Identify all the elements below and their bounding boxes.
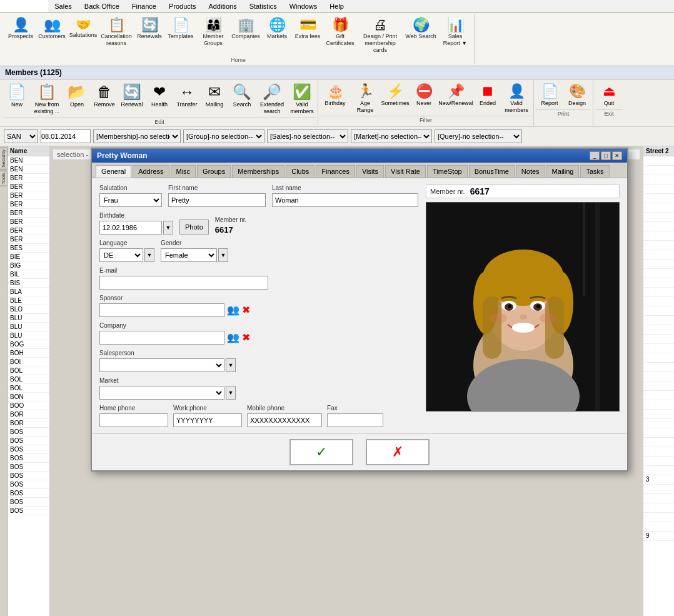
salutations-button[interactable]: 🤝 Salutations [68, 16, 99, 56]
list-item[interactable]: BLO [8, 305, 49, 314]
tab-groups[interactable]: Groups [197, 165, 231, 178]
language-dropdown-button[interactable]: ▼ [144, 248, 154, 262]
open-button[interactable]: 📂 Open [63, 81, 91, 117]
list-item[interactable]: BLU [8, 331, 49, 340]
search-button[interactable]: 🔍 Search [228, 81, 256, 117]
list-item[interactable]: BLE [8, 296, 49, 305]
list-item[interactable]: BOR [8, 410, 49, 419]
salesperson-select[interactable] [99, 358, 224, 372]
list-item[interactable]: BIS [8, 279, 49, 288]
list-item[interactable]: BOL [8, 366, 49, 375]
design-button[interactable]: 🎨 Design [563, 81, 591, 109]
list-item[interactable]: BOI [8, 358, 49, 366]
list-item[interactable]: BOS [8, 480, 49, 489]
modal-close-button[interactable]: ✕ [612, 151, 622, 160]
gender-dropdown-button[interactable]: ▼ [218, 248, 228, 262]
birthdate-input[interactable] [99, 221, 162, 235]
market-select[interactable] [99, 386, 224, 400]
list-item[interactable]: BER [8, 226, 49, 235]
list-item[interactable]: BOS [8, 489, 49, 498]
list-item[interactable]: BLA [8, 288, 49, 296]
list-item[interactable]: BOL [8, 375, 49, 384]
email-input[interactable] [99, 276, 268, 290]
salutation-select[interactable]: Frau Herr Dr. [99, 193, 162, 207]
prospects-button[interactable]: 👤 Prospects [5, 16, 36, 56]
design-print-button[interactable]: 🖨 Design / Print membership cards [358, 16, 403, 56]
quit-button[interactable]: ⏏ Quit [595, 81, 623, 109]
list-item[interactable]: BER [8, 200, 49, 209]
list-item[interactable]: BER [8, 235, 49, 244]
birthdate-dropdown-button[interactable]: ▼ [163, 221, 173, 235]
sponsor-search-icon[interactable]: 👥 [227, 304, 239, 316]
group-dropdown[interactable]: [Group]-no selection-- [183, 129, 264, 143]
menu-help[interactable]: Help [323, 0, 350, 13]
list-item[interactable]: BOS [8, 498, 49, 507]
markets-button[interactable]: 🌐 Markets [261, 16, 293, 56]
report-button[interactable]: 📄 Report [536, 81, 563, 109]
gift-cert-button[interactable]: 🎁 Gift Certificates [323, 16, 358, 56]
menu-sales[interactable]: Sales [48, 0, 78, 13]
member-groups-button[interactable]: 👨‍👩‍👦 Member Groups [196, 16, 230, 56]
list-item[interactable]: BER [8, 183, 49, 191]
salesperson-dropdown-button[interactable]: ▼ [226, 358, 236, 372]
list-item[interactable]: BIG [8, 261, 49, 270]
new-renewal-button[interactable]: 📌 New/Renewal [438, 81, 474, 116]
companies-button[interactable]: 🏢 Companies [230, 16, 261, 56]
photo-button[interactable]: Photo [179, 220, 209, 235]
company-clear-icon[interactable]: ✖ [242, 331, 250, 343]
menu-windows[interactable]: Windows [283, 0, 324, 13]
templates-button[interactable]: 📄 Templates [165, 16, 196, 56]
work-phone-input[interactable] [173, 413, 242, 427]
list-item[interactable]: BOH [8, 349, 49, 358]
list-item[interactable]: BER [8, 218, 49, 226]
tab-mailing[interactable]: Mailing [546, 165, 580, 178]
tab-tasks[interactable]: Tasks [580, 165, 609, 178]
birthday-button[interactable]: 🎂 Birthday [320, 81, 350, 116]
lastname-input[interactable] [272, 193, 418, 207]
list-item[interactable]: BOR [8, 419, 49, 428]
extra-fees-button[interactable]: 💳 Extra fees [293, 16, 323, 56]
list-item[interactable]: BOS [8, 437, 49, 445]
tab-visits[interactable]: Visits [356, 165, 384, 178]
list-item[interactable]: BER [8, 191, 49, 200]
health-button[interactable]: ❤ Health [146, 81, 173, 117]
list-item[interactable]: BIL [8, 270, 49, 279]
list-item[interactable]: BOO [8, 401, 49, 410]
sales-report-button[interactable]: 📊 Sales Report ▼ [439, 16, 471, 56]
list-item[interactable]: BLU [8, 314, 49, 323]
sales-dropdown[interactable]: [Sales]-no selection-- [267, 129, 348, 143]
firstname-input[interactable] [168, 193, 266, 207]
list-item[interactable]: BER [8, 174, 49, 183]
renewals-button[interactable]: 🔄 Renewals [134, 16, 165, 56]
membership-dropdown[interactable]: [Membership]-no selection-- [93, 129, 181, 143]
menu-front-office[interactable]: Front Office [0, 0, 48, 13]
fax-input[interactable] [327, 413, 383, 427]
list-item[interactable]: BEN [8, 165, 49, 174]
cancel-button[interactable]: ✗ [366, 439, 430, 465]
cancellation-button[interactable]: 📋 Cancellation reasons [99, 16, 134, 56]
list-item[interactable]: BLU [8, 323, 49, 331]
sometimes-button[interactable]: ⚡ Sometimes [380, 81, 410, 116]
new-from-existing-button[interactable]: 📋 New from existing ... [31, 81, 63, 117]
language-select[interactable]: DE EN FR [99, 248, 143, 262]
ok-button[interactable]: ✓ [289, 439, 353, 465]
mobile-phone-input[interactable] [247, 413, 322, 427]
modal-minimize-button[interactable]: _ [590, 151, 600, 160]
menu-products[interactable]: Products [163, 0, 202, 13]
valid-members-button[interactable]: ✅ Valid members [288, 81, 316, 117]
sponsor-input[interactable] [99, 303, 224, 317]
list-item[interactable]: BEN [8, 156, 49, 165]
tools-tab[interactable]: Tools [0, 171, 8, 186]
tab-finances[interactable]: Finances [316, 165, 355, 178]
tab-notes[interactable]: Notes [516, 165, 545, 178]
sponsor-clear-icon[interactable]: ✖ [242, 304, 250, 316]
list-item[interactable]: BOS [8, 507, 49, 515]
menu-back-office[interactable]: Back Office [78, 0, 126, 13]
ended-button[interactable]: ⏹ Ended [474, 81, 501, 116]
mailing-button[interactable]: ✉ Mailing [201, 81, 228, 117]
tab-general[interactable]: General [96, 165, 131, 178]
home-phone-input[interactable] [99, 413, 168, 427]
web-search-button[interactable]: 🌍 Web Search [403, 16, 439, 56]
list-item[interactable]: BOS [8, 428, 49, 437]
list-item[interactable]: BOG [8, 340, 49, 349]
